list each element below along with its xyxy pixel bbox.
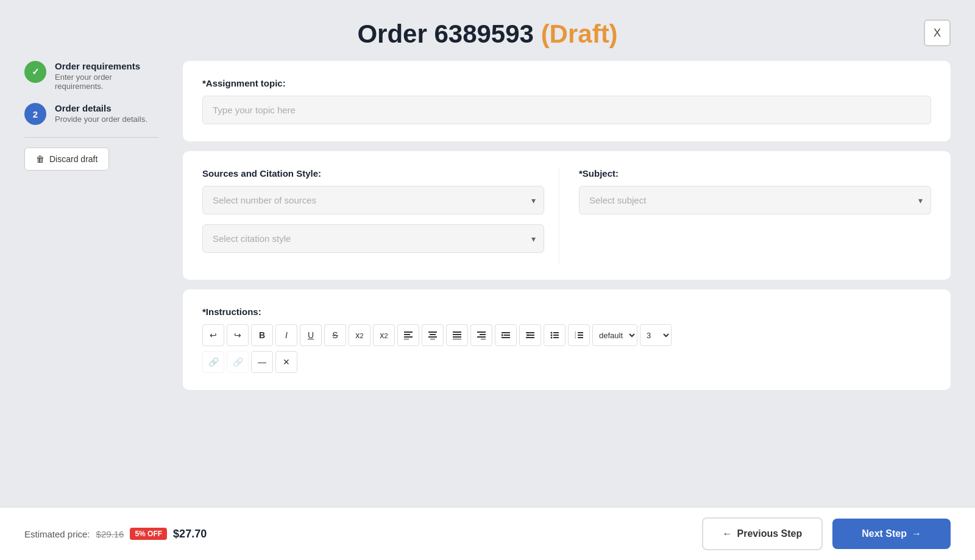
svg-marker-19 xyxy=(502,334,504,336)
svg-point-26 xyxy=(551,335,553,336)
sources-col: Sources and Citation Style: Select numbe… xyxy=(202,168,559,263)
svg-marker-23 xyxy=(526,334,528,336)
step-2-description: Provide your order details. xyxy=(55,115,147,124)
original-price: $29.16 xyxy=(96,529,124,539)
discount-badge: 5% OFF xyxy=(130,528,167,540)
discard-draft-button[interactable]: 🗑 Discard draft xyxy=(24,147,109,171)
trash-icon: 🗑 xyxy=(36,154,44,164)
sources-select-wrapper: Select number of sources ▾ xyxy=(202,186,544,214)
step-2-number: 2 xyxy=(33,109,38,119)
indent-increase-button[interactable] xyxy=(519,324,541,346)
redo-button[interactable]: ↪ xyxy=(227,324,249,346)
svg-rect-16 xyxy=(502,332,510,333)
next-step-label: Next Step xyxy=(862,528,907,539)
instructions-card: *Instructions: ↩ ↪ B I U S x2 x2 xyxy=(183,289,951,390)
svg-rect-29 xyxy=(553,337,559,338)
ordered-list-button[interactable]: 1.2.3. xyxy=(568,324,590,346)
unordered-list-button[interactable] xyxy=(544,324,566,346)
step-1-icon: ✓ xyxy=(24,61,46,83)
svg-point-28 xyxy=(551,337,553,339)
undo-button[interactable]: ↩ xyxy=(202,324,224,346)
step-1-item: ✓ Order requirements Enter your order re… xyxy=(24,61,158,91)
assignment-topic-card: *Assignment topic: xyxy=(183,61,951,141)
subject-select[interactable]: Select subject xyxy=(579,186,931,214)
page-title: Order 6389593 (Draft) xyxy=(0,19,975,49)
align-center-button[interactable] xyxy=(422,324,444,346)
citation-select[interactable]: Select citation style xyxy=(202,224,544,253)
sidebar: ✓ Order requirements Enter your order re… xyxy=(0,61,171,511)
svg-rect-2 xyxy=(404,336,413,338)
price-section: Estimated price: $29.16 5% OFF $27.70 xyxy=(24,528,207,541)
svg-rect-12 xyxy=(477,331,486,333)
sources-citation-label: Sources and Citation Style: xyxy=(202,168,544,179)
svg-rect-10 xyxy=(453,336,461,338)
font-family-select[interactable]: default xyxy=(592,324,637,346)
sources-select[interactable]: Select number of sources xyxy=(202,186,544,214)
svg-rect-6 xyxy=(428,336,437,338)
svg-rect-1 xyxy=(404,334,410,335)
font-size-select[interactable]: 3 xyxy=(640,324,672,346)
main-layout: ✓ Order requirements Enter your order re… xyxy=(0,61,975,560)
clear-formatting-button[interactable]: ✕ xyxy=(275,351,297,373)
subject-select-wrapper: Select subject ▾ xyxy=(579,186,931,214)
align-right-button[interactable] xyxy=(470,324,492,346)
svg-rect-4 xyxy=(428,331,437,333)
citation-select-wrapper: Select citation style ▾ xyxy=(202,224,544,253)
previous-step-button[interactable]: ← Previous Step xyxy=(702,517,823,550)
arrow-left-icon: ← xyxy=(723,528,732,539)
step-2-item: 2 Order details Provide your order detai… xyxy=(24,103,158,125)
step-2-icon: 2 xyxy=(24,103,46,125)
subscript-button[interactable]: x2 xyxy=(349,324,370,346)
italic-button[interactable]: I xyxy=(275,324,297,346)
toolbar-row2: 🔗 🔗 — ✕ xyxy=(202,351,931,373)
svg-text:3.: 3. xyxy=(575,336,576,339)
svg-rect-11 xyxy=(453,339,461,339)
instructions-label: *Instructions: xyxy=(202,307,931,317)
svg-rect-27 xyxy=(553,335,559,336)
svg-rect-14 xyxy=(477,336,486,338)
remove-link-button[interactable]: 🔗 xyxy=(227,351,249,373)
svg-rect-5 xyxy=(430,334,436,335)
assignment-topic-label: *Assignment topic: xyxy=(202,78,931,88)
superscript-button[interactable]: x2 xyxy=(373,324,395,346)
horizontal-rule-button[interactable]: — xyxy=(251,351,273,373)
svg-rect-17 xyxy=(504,335,510,336)
step-1-description: Enter your order requirements. xyxy=(55,73,158,91)
svg-rect-15 xyxy=(481,339,486,339)
svg-rect-31 xyxy=(578,332,583,333)
checkmark-icon: ✓ xyxy=(32,66,40,77)
price-label: Estimated price: xyxy=(24,529,90,539)
sources-subject-card: Sources and Citation Style: Select numbe… xyxy=(183,151,951,280)
draft-label: (Draft) xyxy=(541,19,618,48)
svg-rect-7 xyxy=(430,339,435,339)
svg-point-24 xyxy=(551,332,553,334)
bold-button[interactable]: B xyxy=(251,324,273,346)
underline-button[interactable]: U xyxy=(300,324,322,346)
svg-rect-3 xyxy=(404,339,409,339)
align-justify-button[interactable] xyxy=(446,324,468,346)
indent-decrease-button[interactable] xyxy=(495,324,517,346)
step-1-title: Order requirements xyxy=(55,61,158,71)
footer-bar: Estimated price: $29.16 5% OFF $27.70 ← … xyxy=(0,507,975,560)
step-2-title: Order details xyxy=(55,103,147,113)
subject-col: *Subject: Select subject ▾ xyxy=(574,168,931,263)
sidebar-divider xyxy=(24,137,158,138)
insert-link-button[interactable]: 🔗 xyxy=(202,351,224,373)
svg-rect-21 xyxy=(528,335,534,336)
svg-rect-20 xyxy=(526,332,534,333)
align-left-button[interactable] xyxy=(397,324,419,346)
svg-rect-0 xyxy=(404,331,413,333)
strikethrough-button[interactable]: S xyxy=(324,324,346,346)
content-area: *Assignment topic: Sources and Citation … xyxy=(171,61,975,511)
subject-label: *Subject: xyxy=(579,168,931,179)
order-number: Order 6389593 xyxy=(357,19,534,48)
close-button[interactable]: X xyxy=(924,19,951,46)
next-step-button[interactable]: Next Step → xyxy=(832,519,951,549)
svg-rect-35 xyxy=(578,337,583,338)
arrow-right-icon: → xyxy=(912,528,921,539)
step-1-text: Order requirements Enter your order requ… xyxy=(55,61,158,91)
final-price: $27.70 xyxy=(173,528,207,541)
svg-rect-8 xyxy=(453,331,461,333)
page-header: Order 6389593 (Draft) X xyxy=(0,0,975,61)
assignment-topic-input[interactable] xyxy=(202,96,931,124)
